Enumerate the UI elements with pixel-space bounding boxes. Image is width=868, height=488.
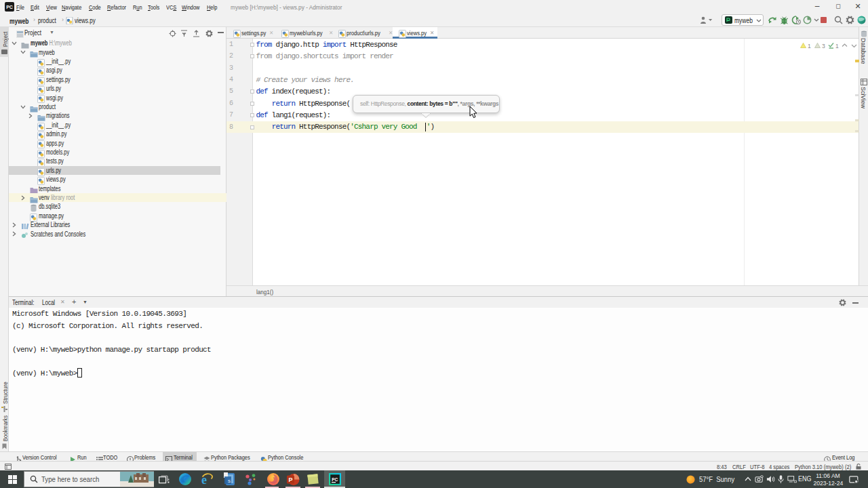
svg-text:3: 3: [822, 43, 825, 49]
svg-text:P: P: [288, 476, 292, 483]
svg-text:1: 1: [835, 43, 839, 49]
svg-text:PC: PC: [6, 5, 13, 9]
svg-text:1: 1: [808, 43, 811, 49]
svg-text:PC: PC: [332, 477, 338, 482]
svg-text:S: S: [228, 479, 231, 483]
